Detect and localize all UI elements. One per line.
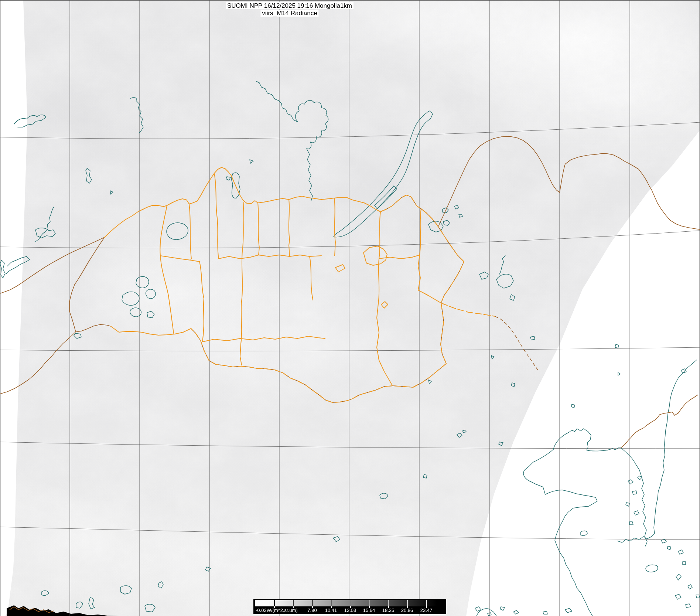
colorbar-labels: -0.03W/(m^2.sr.um) 7.80 10.41 13.03 15.6… [253,607,446,614]
colorbar-tick-label: 10.41 [325,608,337,613]
map-subtitle: viirs_M14 Radiance [260,10,318,17]
colorbar-tick-label: 20.86 [401,608,413,613]
map-title: SUOMI NPP 16/12/2025 19:16 Mongolia1km [226,2,354,9]
colorbar-tick-label: 7.80 [307,608,317,613]
colorbar-tick-label: 15.64 [363,608,375,613]
colorbar-tick-label: 13.03 [344,608,356,613]
colorbar-unit-label: -0.03W/(m^2.sr.um) [256,608,298,613]
map-overlay-svg [0,0,700,616]
satellite-map-view: SUOMI NPP 16/12/2025 19:16 Mongolia1km v… [0,0,700,616]
colorbar-tick-label: 18.25 [382,608,395,613]
colorbar-gradient [255,600,444,606]
colorbar: -0.03W/(m^2.sr.um) 7.80 10.41 13.03 15.6… [253,599,446,614]
colorbar-tick-label: 23.47 [420,608,433,613]
